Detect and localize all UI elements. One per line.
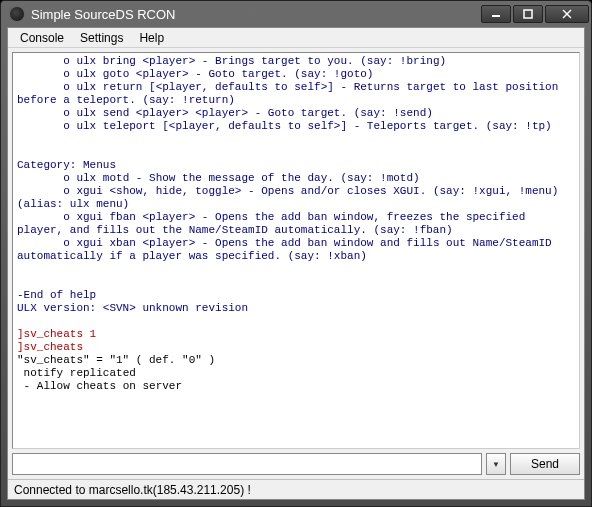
svg-rect-1: [524, 10, 532, 18]
status-text: Connected to marcsello.tk(185.43.211.205…: [14, 483, 251, 497]
menu-settings[interactable]: Settings: [72, 29, 131, 47]
app-window: Simple SourceDS RCON Console Settings He…: [0, 0, 592, 507]
menu-help[interactable]: Help: [131, 29, 172, 47]
window-controls: [481, 5, 589, 23]
console-area: o ulx bring <player> - Brings target to …: [8, 48, 584, 479]
minimize-button[interactable]: [481, 5, 511, 23]
menubar: Console Settings Help: [8, 28, 584, 48]
client-area: Console Settings Help o ulx bring <playe…: [7, 27, 585, 500]
console-line: o ulx teleport [<player, defaults to sel…: [17, 120, 575, 133]
console-line: [17, 393, 575, 406]
console-line: o xgui xban <player> - Opens the add ban…: [17, 237, 575, 263]
chevron-down-icon: ▼: [492, 460, 500, 469]
console-line: ]sv_cheats 1: [17, 328, 575, 341]
console-line: [17, 276, 575, 289]
console-line: Category: Menus: [17, 159, 575, 172]
window-title: Simple SourceDS RCON: [31, 7, 481, 22]
statusbar: Connected to marcsello.tk(185.43.211.205…: [8, 479, 584, 499]
input-row: ▼ Send: [12, 453, 580, 475]
console-line: [17, 146, 575, 159]
console-line: o ulx bring <player> - Brings target to …: [17, 55, 575, 68]
console-line: o ulx send <player> <player> - Goto targ…: [17, 107, 575, 120]
console-line: [17, 133, 575, 146]
history-dropdown-button[interactable]: ▼: [486, 453, 506, 475]
console-line: - Allow cheats on server: [17, 380, 575, 393]
console-line: ]sv_cheats: [17, 341, 575, 354]
maximize-button[interactable]: [513, 5, 543, 23]
console-line: "sv_cheats" = "1" ( def. "0" ): [17, 354, 575, 367]
console-line: o xgui fban <player> - Opens the add ban…: [17, 211, 575, 237]
command-input[interactable]: [12, 453, 482, 475]
console-line: [17, 263, 575, 276]
console-line: o ulx return [<player, defaults to self>…: [17, 81, 575, 107]
console-line: -End of help: [17, 289, 575, 302]
close-button[interactable]: [545, 5, 589, 23]
console-line: ULX version: <SVN> unknown revision: [17, 302, 575, 315]
console-line: o ulx goto <player> - Goto target. (say:…: [17, 68, 575, 81]
console-output[interactable]: o ulx bring <player> - Brings target to …: [12, 52, 580, 449]
menu-console[interactable]: Console: [12, 29, 72, 47]
send-button[interactable]: Send: [510, 453, 580, 475]
app-icon: [9, 6, 25, 22]
console-line: notify replicated: [17, 367, 575, 380]
titlebar[interactable]: Simple SourceDS RCON: [1, 1, 591, 27]
console-line: o ulx motd - Show the message of the day…: [17, 172, 575, 185]
console-line: [17, 315, 575, 328]
console-line: o xgui <show, hide, toggle> - Opens and/…: [17, 185, 575, 211]
